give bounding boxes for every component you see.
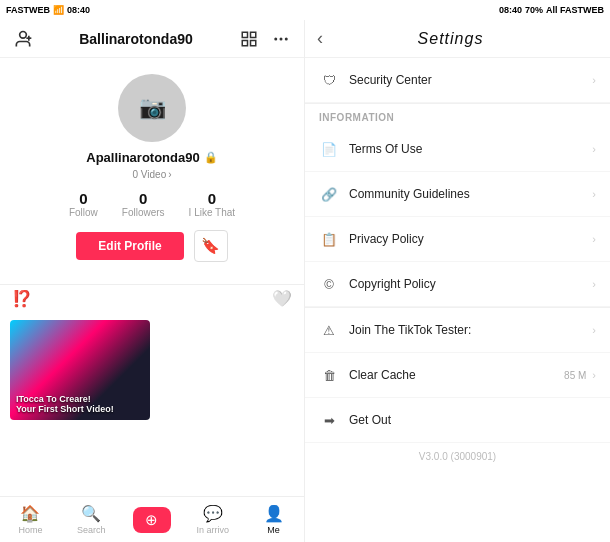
grid-icon[interactable] [238, 28, 260, 50]
security-center-item[interactable]: 🛡 Security Center › [305, 58, 610, 103]
profile-area: 📷 Apallinarotonda90 🔒 0 Video › 0 Follow… [0, 58, 304, 284]
settings-list: 🛡 Security Center › INFORMATION 📄 Terms … [305, 58, 610, 542]
right-nav: ‹ Settings [305, 20, 610, 58]
main-layout: Ballinarotonda90 📷 [0, 20, 610, 542]
copyright-label: Copyright Policy [349, 277, 592, 291]
privacy-policy-item[interactable]: 📋 Privacy Policy › [305, 217, 610, 262]
search-icon: 🔍 [81, 504, 101, 523]
action-row: Edit Profile 🔖 [76, 230, 227, 262]
inbox-icon: 💬 [203, 504, 223, 523]
get-out-item[interactable]: ➡ Get Out [305, 398, 610, 443]
right-panel: ‹ Settings 🛡 Security Center › INFORMATI… [305, 20, 610, 542]
tester-label: Join The TikTok Tester: [349, 323, 592, 337]
carrier-left: FASTWEB [6, 5, 50, 15]
nav-icons [238, 28, 292, 50]
status-bar: FASTWEB 📶 08:40 08:40 70% All FASTWEB [0, 0, 610, 20]
content-tabs: ⁉️ 🤍 [0, 284, 304, 312]
document-icon: 📄 [319, 139, 339, 159]
content-tab-liked[interactable]: 🤍 [272, 289, 292, 308]
chevron-right-icon: › [592, 369, 596, 381]
carrier-right: All FASTWEB [546, 5, 604, 15]
chevron-right-icon: › [592, 188, 596, 200]
chevron-right-icon: › [592, 324, 596, 336]
stats-row: 0 Follow 0 Followers 0 I Like That [69, 190, 235, 218]
chevron-right-icon: › [592, 278, 596, 290]
lock-icon: 🔒 [204, 151, 218, 164]
svg-rect-5 [242, 40, 247, 45]
bookmark-button[interactable]: 🔖 [194, 230, 228, 262]
svg-rect-3 [242, 32, 247, 37]
bookmark-icon: 🔖 [201, 237, 220, 255]
privacy-label: Privacy Policy [349, 232, 592, 246]
stat-followers: 0 Followers [122, 190, 165, 218]
nav-search[interactable]: 🔍 Search [61, 504, 122, 535]
profile-title: Ballinarotonda90 [79, 31, 193, 47]
svg-point-9 [285, 37, 288, 40]
shield-icon: 🛡 [319, 70, 339, 90]
nav-camera[interactable]: ⊕ [122, 507, 183, 533]
more-icon[interactable] [270, 28, 292, 50]
clear-cache-item[interactable]: 🗑 Clear Cache 85 M › [305, 353, 610, 398]
nav-home[interactable]: 🏠 Home [0, 504, 61, 535]
nav-me[interactable]: 👤 Me [243, 504, 304, 535]
left-panel: Ballinarotonda90 📷 [0, 20, 305, 542]
signal-left: 📶 [53, 5, 64, 15]
trash-icon: 🗑 [319, 365, 339, 385]
terms-of-use-item[interactable]: 📄 Terms Of Use › [305, 127, 610, 172]
svg-point-8 [280, 37, 283, 40]
camera-icon: 📷 [139, 95, 166, 121]
chevron-right-icon: › [592, 233, 596, 245]
chevron-right-icon: › [592, 74, 596, 86]
nav-search-label: Search [77, 525, 106, 535]
nav-me-label: Me [267, 525, 280, 535]
camera-button[interactable]: ⊕ [133, 507, 171, 533]
chevron-right-icon: › [592, 143, 596, 155]
svg-rect-4 [251, 32, 256, 37]
left-nav: Ballinarotonda90 [0, 20, 304, 58]
video-tile-text: ITocca To Creare! Your First Short Video… [16, 394, 144, 414]
link-icon: 🔗 [319, 184, 339, 204]
stat-follow: 0 Follow [69, 190, 98, 218]
get-out-label: Get Out [349, 413, 596, 427]
settings-title: Settings [418, 30, 484, 48]
nav-home-label: Home [18, 525, 42, 535]
battery-right: 70% [525, 5, 543, 15]
status-left: FASTWEB 📶 08:40 [6, 5, 90, 15]
nav-inbox[interactable]: 💬 In arrivo [182, 504, 243, 535]
cache-size: 85 M [564, 370, 586, 381]
information-section-header: INFORMATION [305, 104, 610, 127]
camera-nav-icon: ⊕ [145, 511, 158, 529]
copyright-policy-item[interactable]: © Copyright Policy › [305, 262, 610, 307]
version-label: V3.0.0 (3000901) [419, 451, 496, 462]
video-area: ITocca To Creare! Your First Short Video… [0, 316, 304, 496]
time-right: 08:40 [499, 5, 522, 15]
stat-likes: 0 I Like That [189, 190, 236, 218]
community-label: Community Guidelines [349, 187, 592, 201]
tiktok-tester-item[interactable]: ⚠ Join The TikTok Tester: › [305, 308, 610, 353]
video-tile[interactable]: ITocca To Creare! Your First Short Video… [10, 320, 150, 420]
time-left: 08:40 [67, 5, 90, 15]
video-count: 0 Video › [132, 169, 171, 180]
svg-point-7 [274, 37, 277, 40]
copyright-icon: © [319, 274, 339, 294]
bottom-nav: 🏠 Home 🔍 Search ⊕ 💬 In arrivo 👤 Me [0, 496, 304, 542]
me-icon: 👤 [264, 504, 284, 523]
warning-icon: ⚠ [319, 320, 339, 340]
security-center-label: Security Center [349, 73, 592, 87]
version-footer: V3.0.0 (3000901) [305, 443, 610, 470]
clear-cache-label: Clear Cache [349, 368, 564, 382]
edit-profile-button[interactable]: Edit Profile [76, 232, 183, 260]
back-button[interactable]: ‹ [317, 28, 323, 49]
add-user-button[interactable] [12, 28, 34, 50]
privacy-icon: 📋 [319, 229, 339, 249]
nav-inbox-label: In arrivo [197, 525, 230, 535]
avatar[interactable]: 📷 [118, 74, 186, 142]
content-tab-grid[interactable]: ⁉️ [12, 289, 32, 308]
logout-icon: ➡ [319, 410, 339, 430]
community-guidelines-item[interactable]: 🔗 Community Guidelines › [305, 172, 610, 217]
status-right: 08:40 70% All FASTWEB [499, 5, 604, 15]
terms-label: Terms Of Use [349, 142, 592, 156]
svg-point-0 [20, 31, 27, 38]
home-icon: 🏠 [20, 504, 40, 523]
username: Apallinarotonda90 [86, 150, 199, 165]
